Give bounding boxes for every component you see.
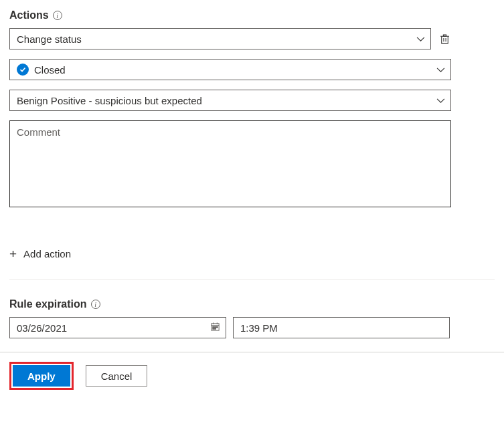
classification-dropdown[interactable]: Benign Positive - suspicious but expecte… <box>9 90 451 111</box>
comment-textarea[interactable] <box>9 120 451 207</box>
chevron-down-icon <box>416 34 425 43</box>
rule-expiration-heading: Rule expiration <box>9 298 87 310</box>
change-status-value: Change status <box>17 33 82 45</box>
check-icon <box>17 64 29 76</box>
change-status-dropdown[interactable]: Change status <box>9 28 431 49</box>
actions-section: Actions i Change status <box>9 9 495 260</box>
divider <box>9 279 495 280</box>
plus-icon: + <box>9 247 17 260</box>
cancel-button[interactable]: Cancel <box>86 365 148 387</box>
expiration-time-input[interactable]: 1:39 PM <box>233 317 450 338</box>
classification-value: Benign Positive - suspicious but expecte… <box>17 95 202 106</box>
add-action-label: Add action <box>23 248 71 259</box>
expiration-time-value: 1:39 PM <box>240 322 278 334</box>
actions-label: Actions i <box>9 9 495 21</box>
calendar-icon <box>210 322 220 334</box>
apply-highlight: Apply <box>9 362 74 390</box>
svg-rect-1 <box>213 327 214 328</box>
chevron-down-icon <box>436 96 445 105</box>
expiration-date-input[interactable]: 03/26/2021 <box>9 317 226 338</box>
add-action-button[interactable]: + Add action <box>9 247 495 260</box>
svg-rect-3 <box>216 327 218 328</box>
delete-icon[interactable] <box>438 32 451 45</box>
info-icon[interactable]: i <box>91 300 100 309</box>
svg-rect-4 <box>213 328 214 329</box>
actions-heading: Actions <box>9 9 49 21</box>
svg-rect-5 <box>215 328 216 329</box>
status-value: Closed <box>34 64 66 76</box>
rule-expiration-section: Rule expiration i 03/26/2021 1: <box>9 298 495 338</box>
chevron-down-icon <box>436 65 445 74</box>
info-icon[interactable]: i <box>53 11 62 20</box>
footer-buttons: Apply Cancel <box>9 362 495 390</box>
apply-button[interactable]: Apply <box>13 365 70 387</box>
expiration-date-value: 03/26/2021 <box>17 322 67 334</box>
svg-rect-2 <box>215 327 216 328</box>
rule-expiration-label: Rule expiration i <box>9 298 495 310</box>
divider <box>0 352 504 352</box>
status-dropdown[interactable]: Closed <box>9 59 451 80</box>
